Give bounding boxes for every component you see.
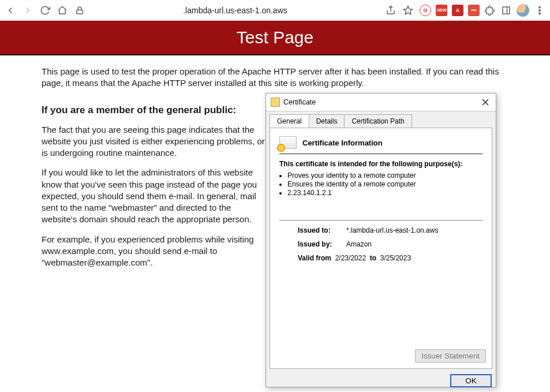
menu-dots-icon[interactable] xyxy=(534,5,545,16)
dialog-title: Certificate xyxy=(283,98,476,106)
tab-certification-path[interactable]: Certification Path xyxy=(344,114,411,128)
svg-point-7 xyxy=(539,13,540,14)
svg-rect-0 xyxy=(77,10,83,14)
page-banner: Test Page xyxy=(0,21,550,55)
panel-icon[interactable] xyxy=(500,5,512,16)
certificate-file-icon xyxy=(271,98,280,107)
valid-from-label: Valid from xyxy=(298,254,331,262)
purpose-list: Proves your identity to a remote compute… xyxy=(287,171,482,197)
purpose-item: Proves your identity to a remote compute… xyxy=(287,171,482,180)
svg-point-6 xyxy=(539,9,540,10)
close-icon[interactable] xyxy=(480,96,491,108)
share-icon[interactable] xyxy=(385,5,396,16)
body-text: For example, if you experienced problems… xyxy=(42,234,267,269)
purpose-item: 2.23.140.1.2.1 xyxy=(287,189,482,197)
svg-marker-2 xyxy=(404,6,413,14)
star-icon[interactable] xyxy=(402,5,414,16)
reload-icon[interactable] xyxy=(39,5,51,16)
valid-to-label: to xyxy=(370,254,376,262)
back-icon[interactable] xyxy=(5,5,16,16)
issued-by-label: Issued by: xyxy=(298,240,346,248)
certificate-badge-icon xyxy=(279,136,297,149)
tab-general[interactable]: General xyxy=(270,114,309,128)
cert-info-title: Certificate Information xyxy=(302,139,383,147)
home-icon[interactable] xyxy=(57,5,68,16)
lock-icon[interactable] xyxy=(74,5,85,16)
tab-panel-general: Certificate Information This certificate… xyxy=(270,128,492,369)
intro-text: This page is used to test the proper ope… xyxy=(42,66,508,89)
browser-toolbar: .lambda-url.us-east-1.on.aws O NEW A ••• xyxy=(0,0,550,21)
extension-icon[interactable]: ••• xyxy=(468,5,480,16)
tab-details[interactable]: Details xyxy=(309,114,345,128)
validity-row: Valid from 2/23/2022 to 3/25/2023 xyxy=(298,254,482,262)
issued-to-label: Issued to: xyxy=(298,226,346,234)
forward-icon[interactable] xyxy=(22,5,33,16)
issued-by-value: Amazon xyxy=(346,240,372,248)
body-text: If you would like to let the administrat… xyxy=(42,167,267,225)
extension-icon[interactable]: A xyxy=(452,5,463,16)
address-bar[interactable]: .lambda-url.us-east-1.on.aws xyxy=(91,6,379,15)
extensions-area: O NEW A ••• xyxy=(420,4,545,17)
certificate-dialog: Certificate General Details Certificatio… xyxy=(265,93,496,387)
svg-point-5 xyxy=(539,6,540,8)
profile-avatar[interactable] xyxy=(517,4,529,17)
valid-to-value: 3/25/2023 xyxy=(380,254,411,262)
body-text: The fact that you are seeing this page i… xyxy=(42,124,267,159)
purpose-heading: This certificate is intended for the fol… xyxy=(279,160,482,168)
valid-from-value: 2/23/2022 xyxy=(335,254,366,262)
ok-button[interactable]: OK xyxy=(451,375,491,387)
svg-rect-3 xyxy=(503,7,510,14)
extension-icon-new[interactable]: NEW xyxy=(436,5,447,16)
purpose-item: Ensures the identity of a remote compute… xyxy=(287,180,482,188)
dialog-titlebar: Certificate xyxy=(266,94,496,111)
tab-strip: General Details Certification Path xyxy=(266,111,496,128)
extension-icon[interactable]: O xyxy=(420,5,431,16)
issuer-statement-button[interactable]: Issuer Statement xyxy=(415,349,486,363)
issued-to-value: *.lambda-url.us-east-1.on.aws xyxy=(346,226,438,234)
extensions-puzzle-icon[interactable] xyxy=(484,5,496,16)
